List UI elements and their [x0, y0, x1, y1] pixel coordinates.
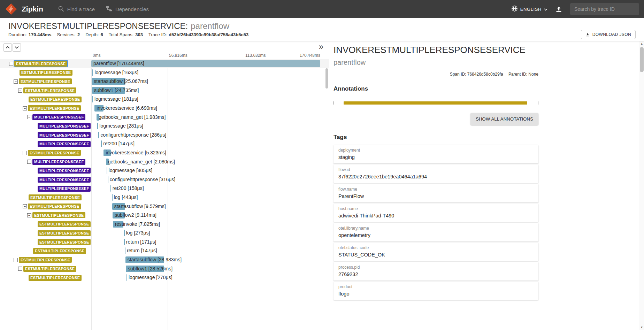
- timeline-cell: parentflow [170.448ms]: [91, 59, 320, 68]
- span-row[interactable]: −ESTMULTIPLERESPONSEstartasubflow [28.98…: [0, 255, 329, 264]
- trace-title: INVOKERESTMULTIPLERESPONSESERVICE:parent…: [0, 18, 644, 31]
- trace-span-name: parentflow: [191, 21, 229, 31]
- annotation-start-tick: [334, 101, 334, 105]
- collapse-node-icon[interactable]: −: [9, 62, 13, 66]
- span-row[interactable]: −ESTMULTIPLERESPONSEsubflow1 [28.526ms]: [0, 264, 329, 274]
- span-row[interactable]: −ESTMULTIPLERESPONSEinvokerestservice [5…: [0, 148, 329, 158]
- span-label: configurehttpresponse [286μs]: [100, 132, 166, 138]
- collapse-node-icon[interactable]: −: [14, 79, 18, 84]
- span-row[interactable]: −ESTMULTIPLERESPONSEstartasubflow [9.579…: [0, 202, 329, 211]
- left-panel-scrollbar-thumb[interactable]: [325, 68, 328, 89]
- window-scrollbar[interactable]: ▲ ▼: [639, 41, 644, 330]
- navbar: Zipkin Find a trace Dependencies ENGLISH: [0, 0, 644, 18]
- collapse-node-icon[interactable]: −: [23, 151, 27, 155]
- collapse-node-icon[interactable]: −: [27, 115, 31, 119]
- span-row[interactable]: MULTIPLERESPONSESEFret200 [158μs]: [0, 184, 329, 193]
- brand-title[interactable]: Zipkin: [22, 5, 43, 13]
- timeline-cell: invokerestservice [6.690ms]: [91, 104, 320, 113]
- nav-dependencies[interactable]: Dependencies: [106, 6, 149, 13]
- scrollbar-down-arrow[interactable]: ▼: [639, 325, 644, 330]
- span-row[interactable]: MULTIPLERESPONSESEFconfigurehttpresponse…: [0, 175, 329, 184]
- scrollbar-thumb[interactable]: [640, 47, 644, 72]
- span-bar: [127, 274, 127, 281]
- span-row[interactable]: ESTMULTIPLERESPONSElogmessage [270μs]: [0, 273, 329, 282]
- span-row[interactable]: −ESTMULTIPLERESPONSEsubflow1 [24.735ms]: [0, 86, 329, 95]
- tags-heading: Tags: [334, 134, 538, 141]
- summary-items: Duration:170.448msServices:2Depth:6Total…: [8, 32, 254, 37]
- span-bar: [101, 140, 102, 147]
- expand-all-button[interactable]: [13, 43, 21, 52]
- tree-cell: −ESTMULTIPLERESPONSE: [0, 202, 91, 211]
- zipkin-logo-icon[interactable]: [5, 3, 17, 15]
- span-row[interactable]: −ESTMULTIPLERESPONSEsubflow2 [9.114ms]: [0, 211, 329, 220]
- search-trace-id-input[interactable]: [570, 3, 639, 15]
- tag-card: process.pid2769232: [334, 262, 538, 281]
- span-label: return [147μs]: [127, 248, 157, 253]
- span-row[interactable]: ESTMULTIPLERESPONSElogmessage [163μs]: [0, 68, 329, 77]
- nav-find-a-trace[interactable]: Find a trace: [58, 6, 95, 13]
- tree-cell: MULTIPLERESPONSESEF: [0, 166, 91, 175]
- title-separator: :: [186, 21, 188, 31]
- summary-item: Services:2: [57, 32, 80, 37]
- span-label: configurehttpresponse [316μs]: [110, 177, 176, 182]
- span-label: startasubflow [9.579ms]: [114, 204, 166, 209]
- span-bar: [92, 69, 93, 76]
- tick-label: 170.448ms: [300, 53, 320, 58]
- annotation-end-tick: [538, 101, 538, 105]
- collapse-node-icon[interactable]: −: [23, 106, 27, 110]
- span-label: ret200 [158μs]: [113, 185, 144, 191]
- tick-label: 0ms: [93, 53, 101, 58]
- tag-key: flow.id: [338, 167, 534, 172]
- trace-service-name: INVOKERESTMULTIPLERESPONSESERVICE: [8, 21, 186, 31]
- span-row[interactable]: ESTMULTIPLERESPONSErestinvoke [7.825ms]: [0, 220, 329, 229]
- timeline-cell: startasubflow [25.067ms]: [91, 77, 320, 86]
- span-row[interactable]: −ESTMULTIPLERESPONSEstartasubflow [25.06…: [0, 77, 329, 86]
- collapse-node-icon[interactable]: −: [14, 258, 18, 262]
- tag-value: flogo: [338, 291, 534, 297]
- service-badge: ESTMULTIPLERESPONSE: [23, 266, 76, 272]
- span-row[interactable]: −ESTMULTIPLERESPONSEparentflow [170.448m…: [0, 59, 329, 68]
- service-badge: MULTIPLERESPONSESEF: [38, 168, 91, 174]
- span-row[interactable]: MULTIPLERESPONSESEFconfigurehttpresponse…: [0, 131, 329, 140]
- span-label: parentflow [170.448ms]: [93, 61, 144, 66]
- parent-id-value: None: [528, 72, 538, 77]
- span-row[interactable]: MULTIPLERESPONSESEFlogmessage [405μs]: [0, 166, 329, 175]
- service-badge: ESTMULTIPLERESPONSE: [32, 212, 85, 218]
- span-row[interactable]: ESTMULTIPLERESPONSElog [443μs]: [0, 193, 329, 202]
- scrollbar-up-arrow[interactable]: ▲: [639, 41, 644, 46]
- span-row[interactable]: ESTMULTIPLERESPONSEreturn [147μs]: [0, 246, 329, 255]
- span-row[interactable]: −MULTIPLERESPONSESEFgetbooks_name_get [1…: [0, 113, 329, 122]
- show-all-annotations-button[interactable]: SHOW ALL ANNOTATIONS: [470, 113, 538, 125]
- nav-dependencies-label: Dependencies: [115, 6, 149, 12]
- timeline-cell: startasubflow [28.983ms]: [91, 255, 320, 264]
- service-badge: MULTIPLERESPONSESEF: [38, 177, 91, 183]
- tick-label: 113.632ms: [245, 53, 266, 58]
- collapse-node-icon[interactable]: −: [18, 267, 22, 271]
- span-label: getbooks_name_get [1.983ms]: [99, 114, 166, 120]
- collapse-node-icon[interactable]: −: [27, 213, 31, 217]
- upload-icon[interactable]: [555, 6, 562, 13]
- collapse-panel-icon[interactable]: »: [319, 42, 323, 52]
- summary-item: Trace ID:d52bf26b43393c99b38af758a43b5c5…: [148, 32, 248, 37]
- timeline-header: 0ms56.816ms113.632ms170.448ms: [91, 53, 320, 59]
- span-row[interactable]: −MULTIPLERESPONSESEFgetbooks_name_get [2…: [0, 158, 329, 167]
- span-row[interactable]: MULTIPLERESPONSESEFret200 [147μs]: [0, 139, 329, 148]
- download-json-button[interactable]: DOWNLOAD JSON: [581, 30, 636, 39]
- span-row[interactable]: MULTIPLERESPONSESEFlogmessage [281μs]: [0, 122, 329, 131]
- service-badge: MULTIPLERESPONSESEF: [38, 132, 91, 138]
- span-row[interactable]: ESTMULTIPLERESPONSElogmessage [181μs]: [0, 95, 329, 104]
- span-row[interactable]: ESTMULTIPLERESPONSElog [273μs]: [0, 229, 329, 238]
- span-row[interactable]: ESTMULTIPLERESPONSEreturn [171μs]: [0, 238, 329, 247]
- collapse-node-icon[interactable]: −: [27, 160, 31, 164]
- span-label: startasubflow [28.983ms]: [128, 257, 182, 262]
- span-row[interactable]: −ESTMULTIPLERESPONSEinvokerestservice [6…: [0, 104, 329, 113]
- collapse-all-button[interactable]: [3, 43, 12, 52]
- tree-cell: −ESTMULTIPLERESPONSE: [0, 104, 91, 113]
- timeline-cell: startasubflow [9.579ms]: [91, 202, 320, 211]
- collapse-node-icon[interactable]: −: [23, 204, 27, 208]
- language-selector[interactable]: ENGLISH: [511, 5, 547, 13]
- collapse-node-icon[interactable]: −: [18, 89, 22, 93]
- annotation-bar[interactable]: [344, 101, 527, 105]
- span-bar: [112, 194, 113, 201]
- span-bar: [108, 176, 108, 183]
